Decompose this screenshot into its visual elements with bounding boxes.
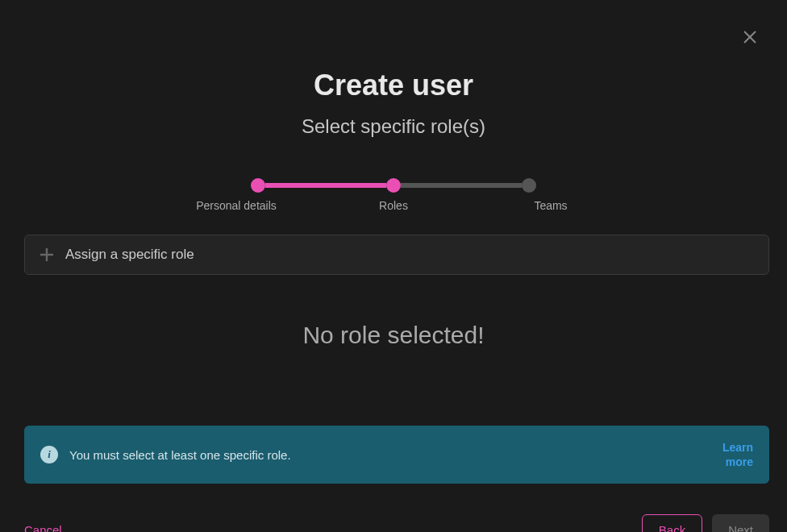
plus-icon (40, 247, 54, 262)
step-dot-2 (386, 178, 401, 193)
stepper (24, 178, 763, 193)
create-user-modal: Create user Select specific role(s) Pers… (0, 0, 787, 532)
info-banner: i You must select at least one specific … (24, 426, 769, 484)
step-dot-1 (251, 178, 265, 193)
modal-header: Create user Select specific role(s) (24, 69, 763, 138)
modal-title: Create user (24, 69, 763, 102)
close-button[interactable] (742, 29, 758, 45)
info-icon: i (40, 446, 58, 463)
step-line-2 (401, 183, 522, 188)
close-icon (743, 30, 757, 44)
step-dot-3 (522, 178, 536, 193)
modal-subtitle: Select specific role(s) (24, 115, 763, 138)
stepper-labels: Personal details Roles Teams (24, 199, 763, 212)
assign-role-label: Assign a specific role (65, 247, 194, 263)
next-button[interactable]: Next (712, 514, 769, 532)
info-message: You must select at least one specific ro… (69, 448, 702, 462)
step-line-1 (265, 183, 386, 188)
learn-more-link[interactable]: Learn more (713, 440, 753, 469)
step-label-1: Personal details (196, 199, 277, 212)
assign-role-button[interactable]: Assign a specific role (24, 235, 769, 275)
empty-state-message: No role selected! (24, 322, 763, 349)
cancel-button[interactable]: Cancel (24, 515, 62, 532)
step-label-2: Roles (353, 199, 434, 212)
back-button[interactable]: Back (642, 514, 702, 532)
modal-footer: Cancel Back Next (24, 514, 769, 532)
step-label-3: Teams (510, 199, 591, 212)
